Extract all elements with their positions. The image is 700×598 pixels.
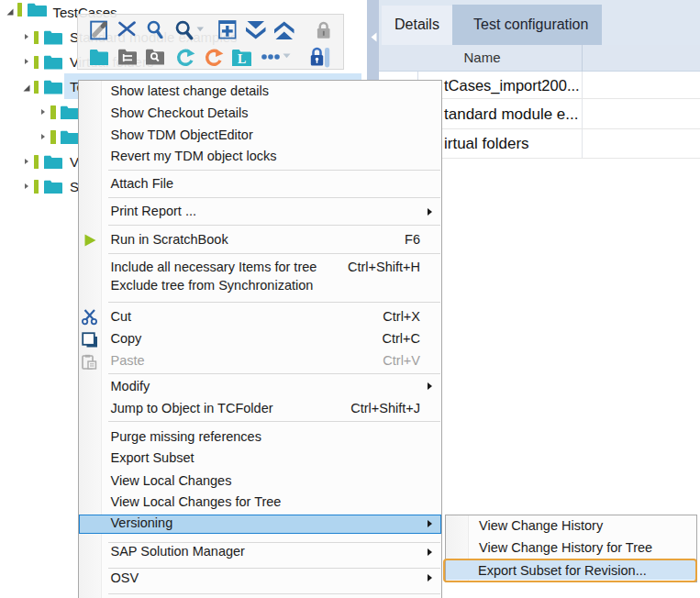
svg-text:L: L: [237, 52, 245, 66]
